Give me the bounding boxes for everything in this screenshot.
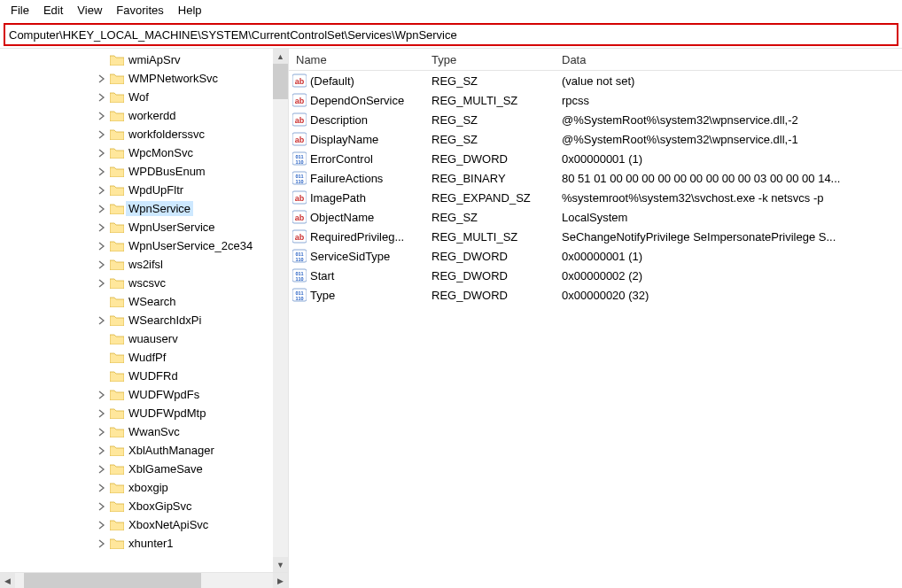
tree-item-label: xboxgip bbox=[126, 480, 171, 495]
folder-icon bbox=[110, 389, 124, 400]
tree-item[interactable]: wuauserv bbox=[0, 329, 288, 348]
folder-icon bbox=[110, 296, 124, 307]
expand-icon[interactable] bbox=[96, 147, 108, 159]
value-row[interactable]: DependOnServiceREG_MULTI_SZrpcss bbox=[289, 90, 902, 110]
tree-item[interactable]: WudfPf bbox=[0, 348, 288, 367]
tree-item[interactable]: xhunter1 bbox=[0, 534, 288, 553]
tree-item[interactable]: WpnUserService bbox=[0, 218, 288, 236]
tree-item[interactable]: WUDFWpdFs bbox=[0, 385, 288, 404]
tree-item[interactable]: ws2ifsl bbox=[0, 255, 288, 274]
expand-icon[interactable] bbox=[96, 500, 108, 513]
tree-item[interactable]: workerdd bbox=[0, 106, 288, 125]
tree-item[interactable]: wscsvc bbox=[0, 274, 288, 292]
tree-item-label: XboxGipSvc bbox=[126, 499, 195, 514]
expand-icon[interactable] bbox=[96, 314, 108, 327]
expand-icon[interactable] bbox=[96, 519, 108, 531]
expand-icon[interactable] bbox=[96, 426, 108, 438]
values-list[interactable]: (Default)REG_SZ(value not set)DependOnSe… bbox=[289, 71, 902, 588]
tree-item[interactable]: WpdUpFltr bbox=[0, 181, 288, 199]
tree-item[interactable]: WwanSvc bbox=[0, 422, 288, 441]
value-row[interactable]: RequiredPrivileg...REG_MULTI_SZSeChangeN… bbox=[289, 227, 902, 246]
scroll-right-button[interactable]: ▶ bbox=[273, 573, 288, 588]
column-header-data[interactable]: Data bbox=[555, 53, 902, 66]
value-row[interactable]: DisplayNameREG_SZ@%SystemRoot%\system32\… bbox=[289, 129, 902, 149]
value-data: SeChangeNotifyPrivilege SeImpersonatePri… bbox=[555, 230, 902, 244]
value-row[interactable]: ServiceSidTypeREG_DWORD0x00000001 (1) bbox=[289, 246, 902, 266]
tree-item[interactable]: WMPNetworkSvc bbox=[0, 69, 288, 88]
string-value-icon bbox=[292, 210, 307, 224]
tree-item[interactable]: XboxGipSvc bbox=[0, 497, 288, 515]
tree-item[interactable]: WUDFWpdMtp bbox=[0, 404, 288, 422]
tree-vertical-scrollbar[interactable]: ▲ ▼ bbox=[273, 49, 288, 572]
expand-icon[interactable] bbox=[96, 259, 108, 271]
tree-item[interactable]: WSearchIdxPi bbox=[0, 311, 288, 329]
scroll-down-button[interactable]: ▼ bbox=[273, 557, 288, 572]
tree-item[interactable]: XboxNetApiSvc bbox=[0, 515, 288, 534]
tree-item[interactable]: xboxgip bbox=[0, 478, 288, 497]
scroll-left-button[interactable]: ◀ bbox=[0, 573, 15, 588]
expand-icon[interactable] bbox=[96, 482, 108, 494]
value-row[interactable]: (Default)REG_SZ(value not set) bbox=[289, 71, 902, 90]
tree-item[interactable]: wmiApSrv bbox=[0, 50, 288, 69]
value-row[interactable]: FailureActionsREG_BINARY80 51 01 00 00 0… bbox=[289, 168, 902, 188]
menu-file[interactable]: File bbox=[4, 2, 36, 19]
column-headers: Name Type Data bbox=[289, 49, 902, 71]
expand-icon[interactable] bbox=[96, 277, 108, 290]
value-row[interactable]: ErrorControlREG_DWORD0x00000001 (1) bbox=[289, 149, 902, 168]
value-type: REG_DWORD bbox=[424, 250, 555, 263]
menu-edit[interactable]: Edit bbox=[36, 2, 70, 19]
tree-item-label: xhunter1 bbox=[126, 536, 176, 551]
menu-favorites[interactable]: Favorites bbox=[109, 2, 170, 19]
tree-item[interactable]: WUDFRd bbox=[0, 367, 288, 385]
folder-icon bbox=[110, 147, 124, 159]
registry-tree[interactable]: wmiApSrvWMPNetworkSvcWofworkerddworkfold… bbox=[0, 49, 288, 553]
expand-icon[interactable] bbox=[96, 73, 108, 85]
value-row[interactable]: TypeREG_DWORD0x00000020 (32) bbox=[289, 285, 902, 305]
scroll-thumb[interactable] bbox=[273, 64, 288, 99]
expand-icon[interactable] bbox=[96, 91, 108, 104]
folder-icon bbox=[110, 277, 124, 289]
address-bar[interactable]: Computer\HKEY_LOCAL_MACHINE\SYSTEM\Curre… bbox=[4, 23, 898, 46]
string-value-icon bbox=[292, 132, 307, 146]
value-type: REG_MULTI_SZ bbox=[424, 94, 555, 107]
expand-icon[interactable] bbox=[96, 407, 108, 420]
expand-icon[interactable] bbox=[96, 203, 108, 215]
value-row[interactable]: ObjectNameREG_SZLocalSystem bbox=[289, 207, 902, 227]
expand-icon[interactable] bbox=[96, 389, 108, 401]
value-data: LocalSystem bbox=[555, 211, 902, 224]
value-row[interactable]: StartREG_DWORD0x00000002 (2) bbox=[289, 266, 902, 285]
expand-icon[interactable] bbox=[96, 463, 108, 476]
tree-item[interactable]: XblGameSave bbox=[0, 460, 288, 478]
tree-item[interactable]: WSearch bbox=[0, 292, 288, 311]
menu-bar: File Edit View Favorites Help bbox=[0, 0, 902, 21]
expand-icon[interactable] bbox=[96, 221, 108, 234]
menu-help[interactable]: Help bbox=[171, 2, 209, 19]
menu-view[interactable]: View bbox=[70, 2, 109, 19]
expand-icon[interactable] bbox=[96, 538, 108, 550]
binary-value-icon bbox=[292, 268, 307, 282]
tree-item[interactable]: WpnService bbox=[0, 199, 288, 218]
tree-item[interactable]: workfolderssvc bbox=[0, 125, 288, 143]
expand-icon[interactable] bbox=[96, 166, 108, 178]
column-header-type[interactable]: Type bbox=[424, 53, 555, 66]
tree-item[interactable]: WpcMonSvc bbox=[0, 143, 288, 162]
expand-icon[interactable] bbox=[96, 445, 108, 457]
folder-icon bbox=[110, 259, 124, 270]
expand-icon[interactable] bbox=[96, 128, 108, 141]
tree-item[interactable]: Wof bbox=[0, 88, 288, 106]
tree-item[interactable]: XblAuthManager bbox=[0, 441, 288, 460]
value-row[interactable]: ImagePathREG_EXPAND_SZ%systemroot%\syste… bbox=[289, 188, 902, 207]
scroll-thumb[interactable] bbox=[24, 573, 201, 588]
scroll-up-button[interactable]: ▲ bbox=[273, 49, 288, 64]
tree-item[interactable]: WpnUserService_2ce34 bbox=[0, 236, 288, 255]
tree-item-label: WpnService bbox=[126, 201, 193, 216]
tree-item[interactable]: WPDBusEnum bbox=[0, 162, 288, 181]
expand-icon[interactable] bbox=[96, 110, 108, 122]
value-row[interactable]: DescriptionREG_SZ@%SystemRoot%\system32\… bbox=[289, 110, 902, 129]
expand-icon[interactable] bbox=[96, 184, 108, 197]
tree-item-label: WUDFRd bbox=[126, 368, 181, 383]
expand-icon[interactable] bbox=[96, 240, 108, 252]
column-header-name[interactable]: Name bbox=[289, 53, 424, 66]
tree-horizontal-scrollbar[interactable]: ◀ ▶ bbox=[0, 572, 288, 588]
value-data: 80 51 01 00 00 00 00 00 00 00 00 00 03 0… bbox=[555, 172, 902, 185]
